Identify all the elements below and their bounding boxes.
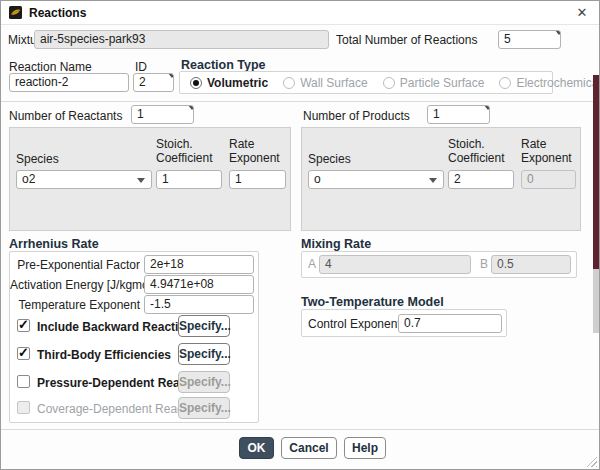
pre-exponential-factor-field[interactable]: 2e+18	[144, 255, 254, 274]
reactants-stoich-column-header: Stoich. Coefficient	[156, 137, 212, 165]
fluent-app-icon	[9, 6, 22, 19]
radio-label: Particle Surface	[400, 76, 485, 90]
pre-exponential-factor-label: Pre-Exponential Factor	[10, 258, 140, 272]
radio-icon	[499, 77, 511, 89]
radio-particle-surface: Particle Surface	[383, 76, 485, 90]
spinner-arrows-icon[interactable]	[160, 77, 169, 92]
two-temperature-model-header: Two-Temperature Model	[301, 295, 444, 309]
chevron-down-icon[interactable]	[429, 178, 437, 183]
temperature-exponent-label: Temperature Exponent	[10, 298, 140, 312]
reactants-species-dropdown[interactable]: o2	[16, 170, 152, 189]
mixing-rate-header: Mixing Rate	[301, 237, 371, 251]
ok-button[interactable]: OK	[239, 437, 274, 459]
third-body-efficiencies-checkbox[interactable]	[17, 347, 30, 360]
activation-energy-label: Activation Energy [J/kgmol]	[10, 278, 140, 292]
control-exponent-label: Control Exponent	[308, 317, 401, 331]
resize-grip[interactable]	[584, 454, 597, 467]
spinner-arrows-icon[interactable]	[180, 109, 189, 124]
temperature-exponent-field[interactable]: -1.5	[144, 295, 254, 314]
reactants-species-value: o2	[22, 172, 35, 186]
chevron-down-icon[interactable]	[137, 178, 145, 183]
products-stoich-field[interactable]: 2	[448, 170, 514, 189]
coverage-dependent-reaction-checkbox	[17, 401, 30, 414]
id-spinner[interactable]: 2	[133, 73, 174, 92]
radio-label: Wall Surface	[300, 76, 368, 90]
number-of-products-spinner[interactable]: 1	[427, 105, 490, 124]
mixture-field: air-5species-park93	[34, 30, 329, 49]
radio-icon	[383, 77, 395, 89]
radio-label: Electrochemical	[516, 76, 600, 90]
number-of-reactants-spinner[interactable]: 1	[131, 105, 194, 124]
products-species-dropdown[interactable]: o	[308, 170, 444, 189]
arrhenius-rate-header: Arrhenius Rate	[9, 237, 99, 251]
radio-label: Volumetric	[207, 76, 268, 90]
radio-icon	[283, 77, 295, 89]
reactants-rate-exponent-field[interactable]: 1	[229, 170, 286, 189]
mixing-rate-group: A 4 B 0.5	[301, 251, 577, 278]
spinner-arrows-icon[interactable]	[547, 34, 556, 49]
products-panel: Species Stoich. Coefficient Rate Exponen…	[301, 127, 581, 231]
cancel-button[interactable]: Cancel	[281, 437, 337, 459]
products-species-value: o	[314, 172, 321, 186]
products-stoich-column-header: Stoich. Coefficient	[448, 137, 504, 165]
radio-selected-icon[interactable]	[190, 77, 202, 89]
products-rate-exponent-field: 0	[521, 170, 576, 189]
spinner-arrows-icon[interactable]	[476, 109, 485, 124]
reactants-rate-column-header: Rate Exponent	[229, 137, 280, 165]
third-body-efficiencies-label: Third-Body Efficiencies	[37, 348, 171, 362]
reactants-count-value: 1	[137, 107, 144, 121]
number-of-products-label: Number of Products	[303, 109, 410, 123]
mixing-rate-b-field: 0.5	[491, 255, 571, 274]
products-count-value: 1	[433, 107, 440, 121]
specify-third-body-button[interactable]: Specify...	[178, 343, 230, 365]
include-backward-reaction-label: Include Backward Reaction	[37, 320, 193, 334]
background-app-sliver	[593, 75, 600, 269]
total-reactions-spinner[interactable]: 5	[498, 30, 561, 49]
help-button[interactable]: Help	[344, 437, 386, 459]
reactions-dialog: Reactions ✕ Mixture air-5species-park93 …	[0, 0, 600, 470]
control-exponent-field[interactable]: 0.7	[398, 314, 502, 333]
mixing-rate-b-label: B	[480, 257, 488, 271]
background-app-sliver	[593, 269, 600, 333]
specify-backward-reaction-button[interactable]: Specify...	[178, 315, 230, 337]
reactants-species-column-header: Species	[16, 152, 59, 166]
reaction-type-header: Reaction Type	[181, 58, 266, 72]
mixing-rate-a-label: A	[308, 257, 316, 271]
id-label: ID	[135, 60, 147, 74]
separator	[1, 101, 600, 102]
specify-coverage-dependent-button: Specify...	[178, 397, 230, 419]
reactants-panel: Species Stoich. Coefficient Rate Exponen…	[9, 127, 291, 231]
mixing-rate-a-field: 4	[319, 255, 471, 274]
activation-energy-field[interactable]: 4.9471e+08	[144, 275, 254, 294]
total-reactions-label: Total Number of Reactions	[336, 33, 477, 47]
title-bar: Reactions ✕	[1, 1, 599, 25]
reactants-stoich-field[interactable]: 1	[156, 170, 222, 189]
specify-pressure-dependent-button: Specify...	[178, 371, 230, 393]
separator	[1, 429, 600, 430]
window-title: Reactions	[29, 6, 86, 20]
number-of-reactants-label: Number of Reactants	[9, 109, 122, 123]
reaction-name-field[interactable]: reaction-2	[9, 73, 129, 92]
reaction-type-group: Volumetric Wall Surface Particle Surface…	[179, 71, 553, 94]
total-reactions-value: 5	[504, 32, 511, 46]
close-icon[interactable]: ✕	[574, 5, 590, 21]
products-species-column-header: Species	[308, 152, 351, 166]
two-temperature-model-group: Control Exponent 0.7	[301, 309, 507, 337]
arrhenius-rate-group: Pre-Exponential Factor 2e+18 Activation …	[9, 251, 259, 423]
id-value: 2	[139, 75, 146, 89]
radio-volumetric[interactable]: Volumetric	[190, 76, 268, 90]
radio-electrochemical: Electrochemical	[499, 76, 600, 90]
radio-wall-surface: Wall Surface	[283, 76, 368, 90]
include-backward-reaction-checkbox[interactable]	[17, 319, 30, 332]
pressure-dependent-reaction-checkbox[interactable]	[17, 375, 30, 388]
products-rate-column-header: Rate Exponent	[521, 137, 572, 165]
reaction-name-label: Reaction Name	[9, 60, 92, 74]
